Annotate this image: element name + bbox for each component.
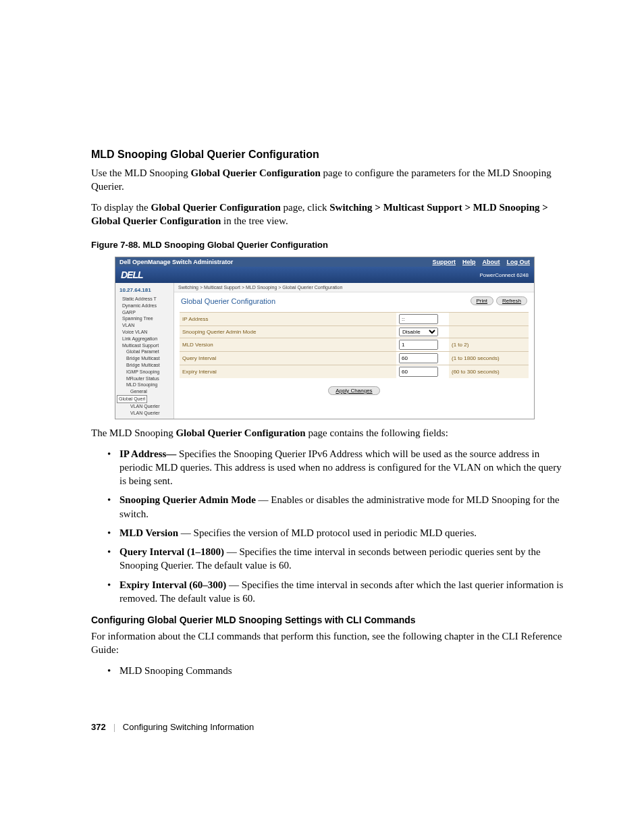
row-range [449, 313, 529, 326]
postfig-lead: The MLD Snooping Global Querier Configur… [91, 426, 570, 440]
tree-node[interactable]: Dynamic Addres [117, 303, 172, 309]
value-input[interactable] [399, 340, 438, 350]
value-select[interactable]: Disable [399, 328, 438, 336]
table-row: MLD Version(1 to 2) [180, 338, 529, 352]
tree-node[interactable]: MRouter Status [117, 375, 172, 382]
cli-text: For information about the CLI commands t… [91, 629, 570, 657]
field-desc: Specifies the Snooping Querier IPv6 Addr… [119, 448, 562, 487]
t: in the tree view. [221, 215, 288, 226]
t: Use the MLD Snooping [91, 167, 191, 178]
field-term: Query Interval (1–1800) [119, 546, 224, 557]
row-label: IP Address [180, 313, 396, 326]
print-button[interactable]: Print [471, 296, 493, 305]
about-link[interactable]: About [483, 259, 500, 265]
row-label: Query Interval [180, 352, 396, 365]
row-label: Snooping Querier Admin Mode [180, 326, 396, 338]
row-range [449, 326, 529, 338]
refresh-button[interactable]: Refresh [496, 296, 527, 305]
panel-title: Global Querier Configuration [181, 297, 275, 305]
footer-sep: | [113, 722, 115, 732]
tree-ip: 10.27.64.181 [119, 287, 172, 293]
cli-list: MLD Snooping Commands [91, 664, 570, 677]
table-row: Snooping Querier Admin ModeDisable [180, 326, 529, 338]
nav-tree[interactable]: 10.27.64.181 Static Address TDynamic Add… [115, 283, 174, 419]
field-term: Expiry Interval (60–300) [119, 579, 226, 590]
list-item: MLD Version — Specifies the version of M… [119, 526, 570, 540]
tree-node[interactable]: Spanning Tree [117, 315, 172, 322]
tree-node[interactable]: Bridge Multicast [117, 355, 172, 362]
nav-paragraph: To display the Global Querier Configurat… [91, 201, 570, 228]
value-input[interactable] [399, 353, 438, 363]
page-footer: 372 | Configuring Switching Information [91, 722, 254, 733]
field-desc: — Specifies the version of MLD protocol … [178, 527, 477, 538]
tree-node[interactable]: Static Address T [117, 296, 172, 303]
row-value-cell: Disable [396, 326, 449, 338]
field-list: IP Address— Specifies the Snooping Queri… [91, 447, 570, 606]
list-item: IP Address— Specifies the Snooping Queri… [119, 447, 570, 488]
tree-node[interactable]: GARP [117, 309, 172, 316]
admin-topbar: Dell OpenManage Switch Administrator Sup… [115, 257, 534, 267]
list-item: MLD Snooping Commands [119, 664, 570, 677]
table-row: IP Address [180, 313, 529, 326]
tree-node[interactable]: General [117, 388, 172, 395]
main-panel: Switching > Multicast Support > MLD Snoo… [174, 283, 534, 419]
field-term: IP Address— [119, 448, 176, 459]
model-label: PowerConnect 6248 [480, 272, 529, 278]
tree-node[interactable]: Voice VLAN [117, 329, 172, 336]
table-row: Query Interval(1 to 1800 seconds) [180, 352, 529, 365]
t: Global Querier Configuration [191, 167, 321, 178]
logout-link[interactable]: Log Out [507, 259, 531, 265]
dell-logo: DELL [121, 269, 143, 280]
section-title: MLD Snooping Global Querier Configuratio… [91, 149, 570, 161]
cli-title: Configuring Global Querier MLD Snooping … [91, 615, 570, 625]
tree-node[interactable]: VLAN [117, 322, 172, 329]
t: page, click [281, 202, 329, 213]
row-label: MLD Version [180, 338, 396, 352]
apply-changes-button[interactable]: Apply Changes [328, 386, 379, 395]
t: Global Querier Configuration [151, 202, 281, 213]
list-item: Query Interval (1–1800) — Specifies the … [119, 545, 570, 573]
t: The MLD Snooping [91, 427, 176, 438]
breadcrumb: Switching > Multicast Support > MLD Snoo… [174, 283, 534, 292]
screenshot-figure: Dell OpenManage Switch Administrator Sup… [115, 257, 535, 419]
t: To display the [91, 202, 151, 213]
tree-node[interactable]: Bridge Multicast [117, 362, 172, 369]
tree-node[interactable]: Multicast Support [117, 342, 172, 349]
list-item: Snooping Querier Admin Mode — Enables or… [119, 493, 570, 521]
row-range: (1 to 1800 seconds) [449, 352, 529, 365]
intro-paragraph: Use the MLD Snooping Global Querier Conf… [91, 166, 570, 194]
tree-node[interactable]: IGMP Snooping [117, 369, 172, 375]
row-value-cell [396, 365, 449, 379]
admin-title: Dell OpenManage Switch Administrator [119, 259, 233, 265]
config-table: IP AddressSnooping Querier Admin ModeDis… [180, 312, 529, 378]
t: page contains the following fields: [306, 427, 448, 438]
chapter-name: Configuring Switching Information [123, 722, 254, 732]
tree-node[interactable]: MLD Snooping [117, 382, 172, 388]
row-range: (60 to 300 seconds) [449, 365, 529, 379]
value-input[interactable] [399, 314, 438, 324]
tree-node[interactable]: Global Paramet [117, 348, 172, 355]
tree-node[interactable]: Global Queri [117, 395, 147, 403]
row-value-cell [396, 338, 449, 352]
field-term: MLD Version [119, 527, 178, 538]
row-value-cell [396, 352, 449, 365]
help-link[interactable]: Help [462, 259, 476, 265]
page-number: 372 [91, 722, 106, 732]
table-row: Expiry Interval(60 to 300 seconds) [180, 365, 529, 379]
topbar-links: Support Help About Log Out [432, 259, 530, 265]
t: Global Querier Configuration [176, 427, 305, 438]
field-term: Snooping Querier Admin Mode [119, 494, 256, 505]
brand-bar: DELL PowerConnect 6248 [115, 267, 534, 283]
tree-node[interactable]: Link Aggregation [117, 336, 172, 342]
row-value-cell [396, 313, 449, 326]
row-range: (1 to 2) [449, 338, 529, 352]
figure-caption: Figure 7-88. MLD Snooping Global Querier… [91, 240, 570, 250]
tree-node[interactable]: VLAN Querier [117, 403, 172, 410]
tree-node[interactable]: VLAN Querier [117, 410, 172, 417]
value-input[interactable] [399, 367, 438, 377]
row-label: Expiry Interval [180, 365, 396, 379]
list-item: Expiry Interval (60–300) — Specifies the… [119, 578, 570, 606]
support-link[interactable]: Support [432, 259, 456, 265]
